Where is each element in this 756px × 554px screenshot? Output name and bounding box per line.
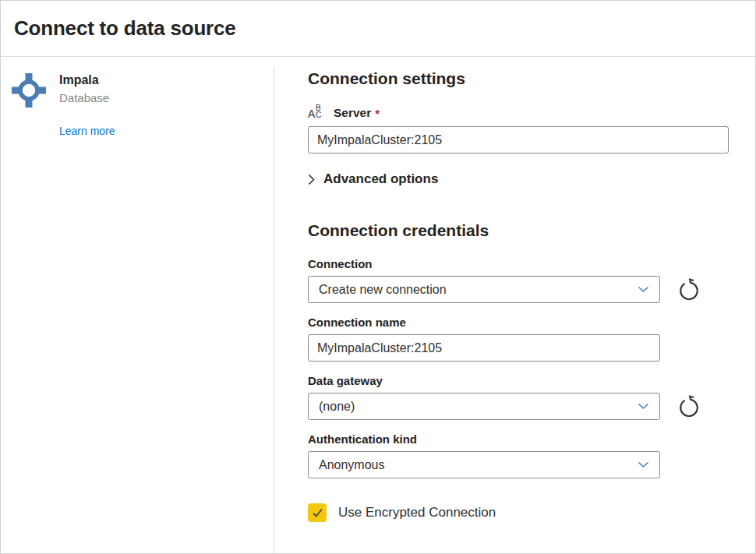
source-name: Impala — [59, 72, 115, 88]
source-summary-panel: Impala Database Learn more — [1, 57, 274, 554]
source-type: Database — [59, 90, 115, 106]
authentication-kind-label: Authentication kind — [308, 432, 729, 447]
learn-more-link[interactable]: Learn more — [59, 125, 115, 137]
connection-dropdown-value: Create new connection — [319, 283, 447, 297]
source-row: Impala Database Learn more — [12, 72, 261, 138]
required-asterisk: * — [375, 107, 380, 120]
authentication-kind-dropdown-value: Anonymous — [319, 458, 385, 472]
server-label: Server — [334, 106, 371, 120]
connection-dropdown[interactable]: Create new connection — [308, 276, 660, 303]
connection-name-input[interactable] — [308, 334, 660, 362]
server-label-row: A B C Server * — [308, 104, 729, 122]
impala-connector-icon — [12, 73, 46, 108]
chevron-right-icon — [308, 174, 315, 185]
authentication-kind-dropdown[interactable]: Anonymous — [308, 451, 660, 478]
connection-name-field: Connection name — [308, 315, 729, 362]
connection-form-panel: Connection settings A B C Server * Advan… — [274, 57, 755, 554]
connection-label: Connection — [308, 256, 729, 272]
data-gateway-dropdown-value: (none) — [319, 400, 355, 414]
data-gateway-field: Data gateway (none) — [308, 373, 729, 420]
use-encrypted-label: Use Encrypted Connection — [338, 505, 496, 520]
data-gateway-label: Data gateway — [308, 373, 729, 389]
connect-dialog: Connect to data source — [0, 0, 756, 554]
chevron-down-icon — [638, 286, 649, 293]
advanced-options-toggle[interactable]: Advanced options — [308, 171, 729, 187]
server-input[interactable] — [308, 126, 729, 153]
dialog-content: Impala Database Learn more Connection se… — [1, 57, 755, 554]
authentication-kind-field: Authentication kind Anonymous — [308, 432, 729, 478]
connection-settings-heading: Connection settings — [308, 69, 729, 89]
chevron-down-icon — [638, 403, 649, 410]
connection-field: Connection Create new connection — [308, 256, 729, 303]
data-gateway-dropdown[interactable]: (none) — [308, 393, 660, 420]
page-title: Connect to data source — [14, 16, 236, 41]
source-text: Impala Database Learn more — [59, 72, 115, 138]
chevron-down-icon — [638, 461, 649, 468]
text-type-icon: A B C — [308, 104, 328, 122]
checkmark-icon — [312, 508, 323, 518]
use-encrypted-row: Use Encrypted Connection — [308, 503, 729, 522]
connection-name-label: Connection name — [308, 315, 729, 330]
refresh-connections-button[interactable] — [677, 277, 701, 302]
connection-credentials-heading: Connection credentials — [308, 221, 729, 241]
dialog-header: Connect to data source — [1, 1, 755, 57]
use-encrypted-checkbox[interactable] — [308, 503, 327, 522]
refresh-gateways-button[interactable] — [677, 394, 701, 419]
advanced-options-label: Advanced options — [323, 171, 438, 187]
